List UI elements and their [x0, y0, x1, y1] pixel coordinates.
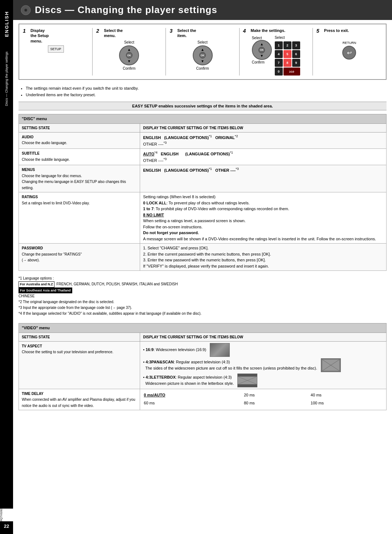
title-bar: Discs — Changing the player settings	[13, 0, 392, 20]
step-divider-4	[313, 28, 313, 76]
svg-rect-4	[212, 345, 228, 355]
step-4-confirm: Confirm	[252, 60, 265, 64]
numpad-7[interactable]: 7	[275, 59, 283, 67]
time-delay-value: 0 ms/AUTO 20 ms 40 ms 60 ms 80 ms 100 ms	[140, 389, 387, 410]
delay-40ms: 40 ms	[308, 391, 383, 399]
ratings-label: RATINGS Set a ratings level to limit DVD…	[19, 192, 140, 244]
video-col-value: Display the current setting of the items…	[140, 333, 387, 341]
page-title: Discs — Changing the player settings	[35, 4, 217, 16]
step-4-remote: ▲ ▼ OK	[252, 40, 272, 60]
arrow-down-icon-3: ▼	[201, 59, 204, 63]
widescreen-img	[210, 343, 230, 357]
step-5-title: Press to exit.	[324, 28, 349, 33]
disc-icon	[20, 5, 31, 16]
password-label: PASSWORD Change the password for "RATING…	[19, 244, 140, 271]
return-button[interactable]: RETURN ↩	[342, 41, 356, 60]
numpad-1[interactable]: 1	[275, 41, 283, 49]
aspect-panscan-row: • 4:3PAN&SCAN: Regular aspect television…	[143, 358, 383, 372]
time-delay-label: TIME DELAY When connected with an AV amp…	[19, 389, 140, 410]
step-4-num: 4	[243, 28, 250, 34]
delay-20ms: 20 ms	[241, 391, 307, 399]
table-row: AUDIO Choose the audio language. ENGLISH…	[19, 132, 387, 148]
page-number: 22	[0, 522, 13, 530]
rqtx-label: RQTX0282	[0, 509, 13, 521]
ok-button-4: OK	[258, 47, 265, 53]
menus-label: MENUS Choose the language for disc menus…	[19, 165, 140, 192]
step-2-remote: ▲ ▼ OK	[119, 45, 139, 65]
table-row: PASSWORD Change the password for "RATING…	[19, 244, 387, 271]
numpad-2[interactable]: 2	[283, 41, 291, 49]
return-label: RETURN	[343, 41, 356, 45]
step-3: 3 Select theitem. Select ▲ ▼ OK Confirm	[170, 28, 235, 70]
arrow-down-icon: ▼	[127, 59, 131, 63]
footnote-1-text: Language options :	[23, 276, 54, 280]
delay-80ms: 80 ms	[241, 399, 307, 407]
audio-label: AUDIO Choose the audio language.	[19, 132, 140, 148]
step-2: 2 Select themenu. Select ▲ ▼ OK Confirm	[96, 28, 162, 70]
video-col-setting: SETTING STATE	[19, 333, 140, 341]
step-1: 1 Displaythe Setupmenu. SETUP	[23, 28, 89, 54]
footnotes: *1 Language options : For Australia and …	[19, 276, 387, 317]
step-1-title: Displaythe Setupmenu.	[30, 28, 49, 44]
step-5: 5 Press to exit. RETURN ↩	[317, 28, 382, 60]
numpad-3[interactable]: 3	[292, 41, 300, 49]
step-3-select: Select	[197, 40, 208, 44]
bullet-1: The settings remain intact even if you s…	[26, 85, 387, 92]
svg-point-2	[25, 9, 26, 11]
table-row: RATINGS Set a ratings level to limit DVD…	[19, 192, 387, 244]
subtitle-value: AUTO*4 ENGLISH (LANGUAGE OPTIONS)*1 OTHE…	[140, 149, 387, 165]
aspect-169-row: • 16:9: Widescreen television (16:9)	[143, 343, 383, 357]
step-4-title: Make the settings.	[251, 28, 285, 33]
numpad-8[interactable]: 8	[283, 59, 291, 67]
aus-nz-text: FRENCH, GERMAN, DUTCH, POLISH, SPANISH, …	[56, 282, 177, 286]
step-2-select: Select	[124, 40, 134, 44]
video-menu-table: "VIDEO" menu SETTING STATE Display the c…	[19, 323, 387, 410]
bullets-section: The settings remain intact even if you s…	[19, 85, 387, 98]
numpad: 1 2 3 4 5 6 7 8 9 0 ≥10	[275, 41, 300, 76]
svg-line-6	[212, 345, 228, 355]
numpad-5[interactable]: 5	[283, 50, 291, 58]
disc-menu-table: "DISC" menu SETTING STATE Display the cu…	[19, 114, 387, 271]
ok-button-3: OK	[199, 52, 206, 58]
arrow-up-icon-4: ▲	[260, 42, 264, 46]
table-row: TIME DELAY When connected with an AV amp…	[19, 389, 387, 410]
numpad-4[interactable]: 4	[275, 50, 283, 58]
tv-aspect-value: • 16:9: Widescreen television (16:9)	[140, 341, 387, 389]
numpad-6[interactable]: 6	[292, 50, 300, 58]
svg-rect-3	[210, 343, 229, 356]
delay-0ms: 0 ms/AUTO	[144, 391, 240, 399]
numpad-9[interactable]: 9	[292, 59, 300, 67]
step-2-title: Select themenu.	[104, 28, 123, 38]
disc-menu-header: "DISC" menu	[19, 114, 387, 124]
subtitle-label: SUBTITLE Choose the subtitle language.	[19, 149, 140, 165]
disc-col-value: Display the current setting of the items…	[140, 123, 387, 132]
footnote-2-text: The original language designated on the …	[23, 300, 114, 304]
ok-button: OK	[126, 52, 132, 58]
numpad-0[interactable]: 0	[275, 68, 283, 76]
ratings-value: Setting ratings (When level 8 is selecte…	[140, 192, 387, 244]
footnote-4-ref: *4	[19, 311, 22, 315]
step-2-confirm: Confirm	[123, 66, 135, 70]
side-tab: ENGLISH Discs — Changing the player sett…	[0, 0, 13, 534]
password-value: 1. Select "CHANGE" and press [OK]. 2. En…	[140, 244, 387, 271]
time-delay-options-table: 0 ms/AUTO 20 ms 40 ms 60 ms 80 ms 100 ms	[143, 391, 383, 408]
step-4: 4 Make the settings. Select ▲ ▼ OK Confi…	[243, 28, 309, 76]
english-label: ENGLISH	[4, 11, 9, 37]
footnote-3-ref: *3	[19, 306, 22, 310]
sea-text: CHINESE	[19, 294, 34, 298]
main-content: Discs — Changing the player settings 1 D…	[13, 0, 392, 534]
footnote-4-text: If the language selected for "AUDIO" is …	[23, 311, 201, 315]
easy-setup-note: EASY SETUP enables successive settings o…	[19, 102, 387, 110]
arrow-up-icon: ▲	[127, 48, 131, 52]
table-row: MENUS Choose the language for disc menus…	[19, 165, 387, 192]
delay-60ms: 60 ms	[144, 399, 240, 407]
step-5-num: 5	[317, 28, 323, 34]
steps-section: 1 Displaythe Setupmenu. SETUP 2 Select t…	[19, 24, 387, 80]
return-icon: ↩	[342, 46, 356, 60]
aus-nz-badge: For Australia and N.Z	[19, 281, 54, 287]
arrow-down-icon-4: ▼	[260, 54, 264, 58]
bullet-2: Underlined items are the factory preset.	[26, 92, 387, 98]
numpad-ge10[interactable]: ≥10	[283, 68, 300, 76]
page-wrapper: ENGLISH Discs — Changing the player sett…	[0, 0, 392, 534]
footnote-1-ref: *1	[19, 276, 22, 280]
